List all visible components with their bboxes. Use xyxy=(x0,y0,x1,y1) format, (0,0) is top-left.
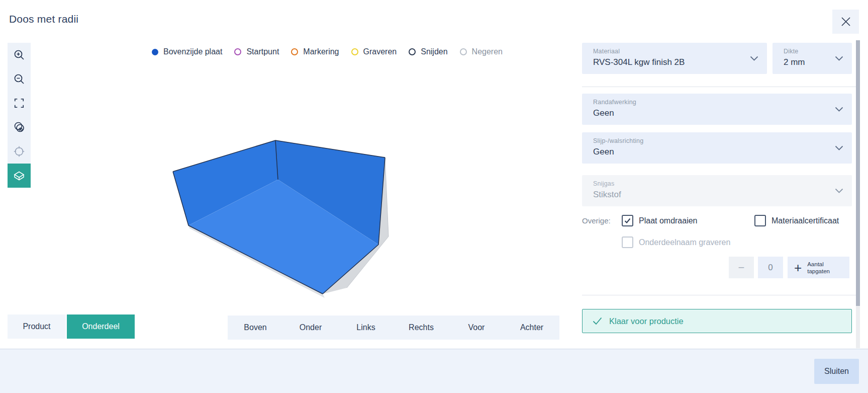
plaat-omdraaien-label[interactable]: Plaat omdraaien xyxy=(639,216,698,225)
randafwerking-value: Geen xyxy=(593,108,614,118)
klaar-voor-productie-button[interactable]: Klaar voor productie xyxy=(582,309,852,333)
legend-ring-icon xyxy=(409,48,416,55)
legend-ring-icon xyxy=(351,48,358,55)
dikte-label: Dikte xyxy=(784,48,798,55)
onderdeelnaam-graveren-label[interactable]: Onderdeelnaam graveren xyxy=(639,238,730,247)
legend-item-snijden: Snijden xyxy=(409,47,447,56)
solid-view-3d-icon xyxy=(13,169,26,182)
view-rechts-button[interactable]: Rechts xyxy=(394,316,449,340)
legend-label: Snijden xyxy=(421,47,447,56)
view-boven-button[interactable]: Boven xyxy=(228,316,283,340)
dikte-select[interactable]: Dikte 2 mm xyxy=(773,43,852,74)
view-links-button[interactable]: Links xyxy=(338,316,394,340)
materiaal-value: RVS-304L kgw finish 2B xyxy=(593,57,685,67)
3d-viewport-model[interactable] xyxy=(141,121,402,307)
view-direction-bar: Boven Onder Links Rechts Voor Achter xyxy=(228,316,559,340)
radius-tool-button[interactable] xyxy=(8,115,31,139)
tapgaten-caption: Aantal tapgaten xyxy=(807,261,830,275)
solid-view-button[interactable] xyxy=(8,164,31,188)
close-button[interactable] xyxy=(832,10,859,34)
section-divider xyxy=(582,87,857,87)
legend-label: Negeren xyxy=(472,47,503,56)
snijgas-label: Snijgas xyxy=(593,180,614,187)
dikte-value: 2 mm xyxy=(784,57,805,67)
zoom-in-button[interactable] xyxy=(8,43,31,67)
chevron-down-icon xyxy=(835,145,843,150)
legend-item-negeren: Negeren xyxy=(460,47,503,56)
check-icon xyxy=(624,217,631,224)
close-icon xyxy=(840,16,851,27)
tapgaten-decrease-button[interactable]: − xyxy=(729,257,754,278)
viewer-legend: Bovenzijde plaat Startpunt Markering Gra… xyxy=(152,45,503,58)
chevron-down-icon xyxy=(835,56,843,61)
slijp-walsrichting-select[interactable]: Slijp-/walsrichting Geen xyxy=(582,132,852,164)
legend-item-graveren: Graveren xyxy=(351,47,397,56)
onderdeelnaam-graveren-checkbox[interactable] xyxy=(622,237,633,248)
legend-ring-icon xyxy=(291,48,298,55)
check-icon xyxy=(592,317,603,326)
legend-label: Markering xyxy=(303,47,339,56)
plus-icon: + xyxy=(794,261,802,274)
viewer-toolbar xyxy=(8,43,31,188)
materiaal-select[interactable]: Materiaal RVS-304L kgw finish 2B xyxy=(582,43,767,74)
part-configurator-dialog: Doos met radii xyxy=(0,0,868,393)
slijp-walsrichting-label: Slijp-/walsrichting xyxy=(593,137,643,144)
legend-label: Graveren xyxy=(363,47,397,56)
view-onder-button[interactable]: Onder xyxy=(283,316,338,340)
snijgas-value: Stikstof xyxy=(593,190,621,200)
legend-dot-filled-icon xyxy=(152,49,158,55)
tab-onderdeel[interactable]: Onderdeel xyxy=(67,315,135,339)
zoom-out-icon xyxy=(13,73,25,85)
view-achter-button[interactable]: Achter xyxy=(504,316,559,340)
randafwerking-select[interactable]: Randafwerking Geen xyxy=(582,94,852,125)
legend-label: Startpunt xyxy=(246,47,279,56)
radius-circles-icon xyxy=(13,121,25,133)
legend-ring-icon xyxy=(234,48,241,55)
section-divider xyxy=(582,295,857,295)
overige-label: Overige: xyxy=(582,216,611,225)
legend-label: Bovenzijde plaat xyxy=(163,47,222,56)
materiaalcertificaat-label[interactable]: Materiaalcertificaat xyxy=(771,216,839,225)
tapgaten-count-value: 0 xyxy=(758,257,783,278)
sluiten-button[interactable]: Sluiten xyxy=(814,359,859,384)
materiaal-label: Materiaal xyxy=(593,48,620,55)
dialog-title: Doos met radii xyxy=(9,13,78,25)
legend-item-markering: Markering xyxy=(291,47,339,56)
view-voor-button[interactable]: Voor xyxy=(449,316,504,340)
legend-item-startpunt: Startpunt xyxy=(234,47,279,56)
tapgaten-increase-button[interactable]: + Aantal tapgaten xyxy=(788,257,849,278)
fit-screen-button[interactable] xyxy=(8,91,31,115)
crosshair-icon xyxy=(13,145,25,158)
panel-scrollbar-track[interactable] xyxy=(856,40,860,348)
dialog-footer: Sluiten xyxy=(0,349,868,393)
legend-item-bovenzijde: Bovenzijde plaat xyxy=(152,47,222,56)
snijgas-select[interactable]: Snijgas Stikstof xyxy=(582,175,852,206)
crosshair-button[interactable] xyxy=(8,139,31,164)
chevron-down-icon xyxy=(750,56,758,61)
slijp-walsrichting-value: Geen xyxy=(593,147,614,157)
zoom-in-icon xyxy=(13,49,25,61)
ready-button-label: Klaar voor productie xyxy=(609,317,684,326)
randafwerking-label: Randafwerking xyxy=(593,99,636,106)
legend-ring-icon xyxy=(460,48,467,55)
tab-product[interactable]: Product xyxy=(8,315,66,339)
fit-screen-icon xyxy=(14,98,25,109)
panel-scrollbar-thumb[interactable] xyxy=(856,40,860,306)
plaat-omdraaien-checkbox[interactable] xyxy=(622,215,633,226)
chevron-down-icon xyxy=(835,107,843,112)
chevron-down-icon xyxy=(835,188,843,193)
zoom-out-button[interactable] xyxy=(8,67,31,91)
materiaalcertificaat-checkbox[interactable] xyxy=(754,215,766,226)
